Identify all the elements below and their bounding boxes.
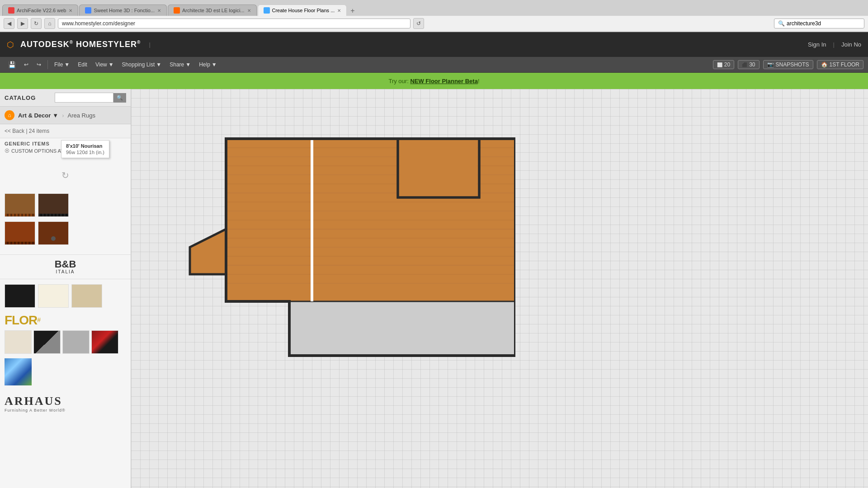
art-decor-label: Art & Decor — [18, 112, 51, 119]
toolbar-2d-badge[interactable]: ⬜ 20 — [713, 60, 734, 69]
view-label: View — [95, 61, 107, 68]
floor-plan-svg[interactable] — [176, 103, 515, 374]
flor-item-3[interactable] — [62, 330, 90, 354]
flor-sup: # — [37, 316, 41, 324]
sidebar: CATALOG 🔍 ⌂ Art & Decor ▼ › Area Rugs <<… — [0, 89, 131, 488]
items-count-label: 24 items — [29, 128, 49, 134]
tab-label-archifacile: ArchiFacile V22.6 web — [17, 8, 66, 13]
bb-italia-logo-text: B&B — [5, 259, 126, 269]
refresh-button[interactable]: ↺ — [413, 18, 424, 29]
back-button[interactable]: ◀ — [4, 18, 14, 29]
toolbar-redo-btn[interactable]: ↪ — [33, 60, 45, 70]
rug-item-3[interactable] — [5, 221, 35, 245]
browser-search-field[interactable]: 🔍 architecture3d — [774, 19, 864, 28]
toolbar-sep-1 — [47, 60, 48, 69]
tab-architecte[interactable]: Architecte 3D est LE logici... ✕ — [168, 5, 257, 16]
shopping-chevron-icon: ▼ — [156, 61, 161, 68]
flor-item-1[interactable] — [5, 330, 32, 354]
banner-suffix: ! — [478, 78, 480, 84]
home-button[interactable]: ⌂ — [44, 18, 55, 29]
help-chevron-icon: ▼ — [212, 61, 217, 68]
loading-area: ↻ — [5, 157, 126, 193]
new-tab-button[interactable]: + — [348, 6, 357, 16]
art-decor-dropdown[interactable]: Art & Decor ▼ — [18, 112, 58, 119]
top-room-inner — [400, 141, 477, 195]
tab-homestyler[interactable]: Create House Floor Plans ... ✕ — [258, 5, 347, 16]
generic-items-section: GENERIC ITEMS ⦿ CUSTOM OPTIONS AVAIL. 8'… — [0, 138, 131, 252]
tab-close-architecte[interactable]: ✕ — [247, 8, 251, 13]
view-chevron-icon: ▼ — [108, 61, 114, 68]
flor-item-4[interactable] — [91, 330, 118, 354]
flor-item-2[interactable] — [33, 330, 61, 354]
toolbar-snapshots-badge[interactable]: 📷 SNAPSHOTS — [763, 60, 813, 69]
arhaus-brand: ARHAUS Furnishing A Better World® — [0, 390, 131, 417]
bb-italia-logo-sub: ITALIA — [5, 269, 126, 274]
bb-item-1[interactable] — [5, 284, 35, 308]
toolbar-shopping-list-menu[interactable]: Shopping List ▼ — [118, 60, 165, 70]
forward-button[interactable]: ▶ — [17, 18, 28, 29]
share-chevron-icon: ▼ — [185, 61, 191, 68]
toolbar-share-menu[interactable]: Share ▼ — [166, 60, 194, 70]
2d-label: 20 — [724, 61, 730, 68]
reload-button[interactable]: ↻ — [31, 18, 42, 29]
catalog-header: CATALOG 🔍 — [0, 89, 131, 107]
custom-options-icon: ⦿ — [5, 148, 9, 154]
rug-stripe-2 — [38, 214, 68, 216]
app-logo: AUTODESK® HOMESTYLER® — [20, 40, 141, 49]
toolbar-file-menu[interactable]: File ▼ — [51, 60, 73, 70]
category-separator: › — [62, 112, 64, 119]
catalog-search-input[interactable] — [55, 93, 113, 103]
generic-items-label: GENERIC ITEMS — [5, 141, 126, 146]
catalog-search-button[interactable]: 🔍 — [113, 93, 126, 103]
promo-banner: Try our: NEW Floor Planner Beta ! — [0, 73, 868, 89]
flor-logo-text: FLOR — [5, 313, 37, 327]
banner-link[interactable]: NEW Floor Planner Beta — [410, 78, 478, 84]
banner-prefix: Try our: — [388, 78, 408, 84]
bottom-room — [289, 301, 515, 356]
area-rugs-label: Area Rugs — [67, 112, 95, 119]
3d-icon: ⬛ — [742, 62, 747, 67]
join-now-link[interactable]: Join No — [841, 41, 861, 48]
rug-item-4[interactable] — [38, 221, 69, 245]
bb-item-2[interactable] — [38, 284, 69, 308]
toolbar-save-icon[interactable]: 💾 — [5, 59, 19, 70]
arhaus-tagline: Furnishing A Better World® — [5, 408, 126, 413]
tab-close-homestyler[interactable]: ✕ — [337, 8, 341, 13]
category-home-button[interactable]: ⌂ — [5, 110, 14, 120]
cursor-on-item — [51, 236, 56, 241]
rug-item-2[interactable] — [38, 193, 69, 217]
toolbar-help-menu[interactable]: Help ▼ — [195, 60, 221, 70]
app-header: ⬡ AUTODESK® HOMESTYLER® | Sign In | Join… — [0, 32, 868, 57]
sign-in-link[interactable]: Sign In — [808, 41, 826, 48]
back-link[interactable]: << Back — [5, 128, 24, 134]
tab-sweethome[interactable]: Sweet Home 3D : Fonctio... ✕ — [79, 5, 167, 16]
header-right: Sign In | Join No — [808, 41, 861, 48]
toolbar-undo-btn[interactable]: ↩ — [20, 60, 32, 70]
camera-icon: 📷 — [767, 61, 774, 68]
arhaus-logo-text: ARHAUS — [5, 394, 126, 408]
toolbar-3d-badge[interactable]: ⬛ 30 — [738, 60, 759, 69]
tab-favicon-homestyler — [264, 7, 270, 14]
custom-options-row: ⦿ CUSTOM OPTIONS AVAIL. — [5, 148, 126, 154]
bb-item-3[interactable] — [71, 284, 102, 308]
toolbar-view-menu[interactable]: View ▼ — [92, 60, 118, 70]
help-label: Help — [199, 61, 210, 68]
back-bar: << Back | 24 items — [0, 124, 131, 138]
browser-chrome: ArchiFacile V22.6 web ✕ Sweet Home 3D : … — [0, 0, 868, 32]
tab-archifacile[interactable]: ArchiFacile V22.6 web ✕ — [2, 5, 78, 16]
canvas-area[interactable] — [131, 89, 868, 488]
address-input[interactable] — [58, 19, 410, 28]
toolbar-right: ⬜ 20 ⬛ 30 📷 SNAPSHOTS 🏠 1ST FLOOR — [713, 60, 863, 69]
tab-close-archifacile[interactable]: ✕ — [69, 8, 72, 13]
search-icon: 🔍 — [778, 20, 785, 27]
search-text: architecture3d — [787, 20, 821, 27]
main-layout: CATALOG 🔍 ⌂ Art & Decor ▼ › Area Rugs <<… — [0, 89, 868, 488]
toolbar-floor-badge[interactable]: 🏠 1ST FLOOR — [817, 60, 863, 69]
tab-close-sweethome[interactable]: ✕ — [157, 8, 161, 13]
toolbar-edit-menu[interactable]: Edit — [74, 60, 91, 70]
catalog-title: CATALOG — [5, 94, 36, 101]
flor-blue-item[interactable] — [5, 358, 32, 385]
rug-item-1[interactable] — [5, 193, 35, 217]
flor-logo: FLOR# — [5, 313, 126, 328]
spinner-icon: ↻ — [61, 170, 69, 181]
